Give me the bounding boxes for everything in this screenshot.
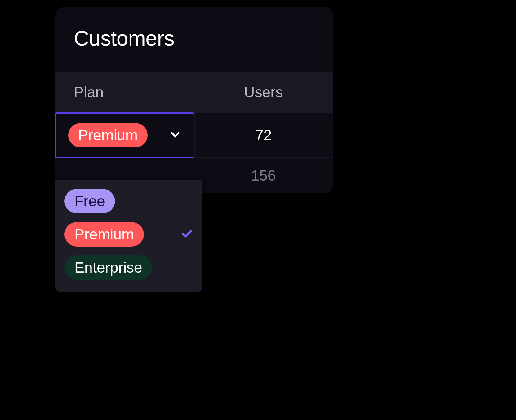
table-header: Plan Users: [55, 72, 333, 113]
dropdown-option-enterprise[interactable]: Enterprise: [64, 255, 193, 280]
table-row: Premium 72: [55, 113, 333, 157]
dropdown-option-premium[interactable]: Premium: [64, 222, 193, 247]
dropdown-option-free[interactable]: Free: [64, 189, 193, 213]
chevron-down-icon: [168, 128, 182, 143]
card-title: Customers: [55, 7, 333, 72]
users-cell: 156: [194, 158, 333, 193]
column-header-users[interactable]: Users: [194, 72, 333, 112]
column-header-plan[interactable]: Plan: [55, 72, 194, 112]
customers-card: Customers Plan Users Premium 72 156: [55, 7, 333, 193]
plan-pill-premium: Premium: [64, 222, 144, 247]
plan-dropdown: Free Premium Enterprise: [55, 180, 202, 292]
plan-pill-enterprise: Enterprise: [64, 255, 152, 280]
plan-pill-free: Free: [64, 189, 115, 213]
plan-pill-premium: Premium: [68, 123, 148, 147]
users-cell: 72: [194, 113, 333, 157]
check-icon: [181, 228, 193, 241]
plan-cell-selected[interactable]: Premium: [55, 112, 195, 158]
